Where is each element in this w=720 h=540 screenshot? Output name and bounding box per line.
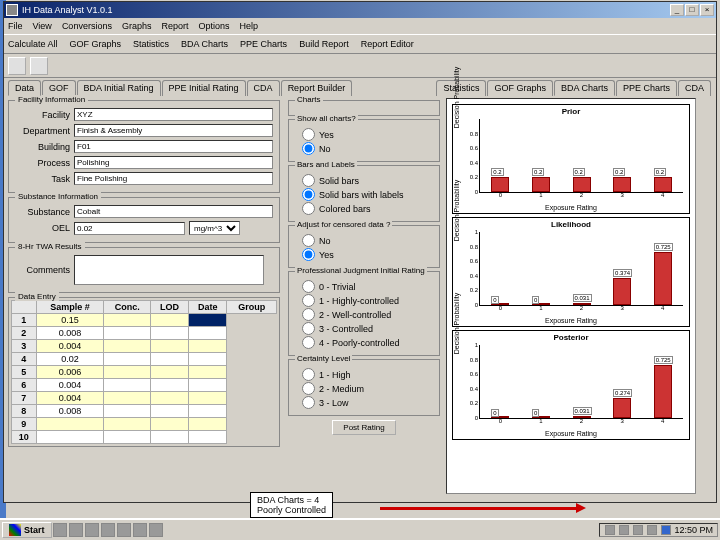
substance-fieldset: Substance Information Substance OELmg/m^… <box>8 197 280 243</box>
bars-fs: Bars and Labels Solid bars Solid bars wi… <box>288 165 440 222</box>
tray-icon[interactable] <box>633 525 643 535</box>
menu-report[interactable]: Report <box>161 21 188 31</box>
tb-calculate-all[interactable]: Calculate All <box>8 39 58 49</box>
charts-panel: PriorDecision Probability00.20.40.60.800… <box>446 98 696 494</box>
tb-bda-charts[interactable]: BDA Charts <box>181 39 228 49</box>
maximize-button[interactable]: □ <box>685 4 699 16</box>
menu-view[interactable]: View <box>33 21 52 31</box>
rating-2[interactable] <box>302 308 315 321</box>
tray-icon[interactable] <box>619 525 629 535</box>
tray-icon[interactable] <box>605 525 615 535</box>
tab-gof[interactable]: GOF <box>42 80 76 96</box>
data-entry-fieldset: Data Entry Sample #Conc.LODDateGroup 10.… <box>8 297 280 447</box>
icon-toolbar <box>4 54 716 78</box>
titlebar: IH Data Analyst V1.0.1 _ □ × <box>4 2 716 18</box>
tab-data[interactable]: Data <box>8 80 41 96</box>
rating-0[interactable] <box>302 280 315 293</box>
system-tray[interactable]: 12:50 PM <box>599 523 718 537</box>
oel-input[interactable] <box>74 222 185 235</box>
tb-report-editor[interactable]: Report Editor <box>361 39 414 49</box>
taskbar-icon[interactable] <box>85 523 99 537</box>
post-rating-button[interactable]: Post Rating <box>332 420 395 435</box>
tool-icon[interactable] <box>8 57 26 75</box>
start-button[interactable]: Start <box>2 522 52 538</box>
chart-prior: PriorDecision Probability00.20.40.60.800… <box>452 104 690 214</box>
tb-ppe-charts[interactable]: PPE Charts <box>240 39 287 49</box>
certainty-fs: Certainty Level 1 - High 2 - Medium 3 - … <box>288 359 440 416</box>
cert-low[interactable] <box>302 396 315 409</box>
left-panel: Facility Information Facility Department… <box>4 96 284 496</box>
tray-icon[interactable] <box>661 525 671 535</box>
tab-bda-charts[interactable]: BDA Charts <box>554 80 615 96</box>
taskbar-icon[interactable] <box>69 523 83 537</box>
chart-posterior: PosteriorDecision Probability00.20.40.60… <box>452 330 690 440</box>
censor-no[interactable] <box>302 234 315 247</box>
annotation-box: BDA Charts = 4 Poorly Controlled <box>250 492 333 518</box>
left-tabs: Data GOF BDA Initial Rating PPE Initial … <box>4 78 432 96</box>
clock: 12:50 PM <box>674 525 713 535</box>
chart-likelihood: LikelihoodDecision Probability00.20.40.6… <box>452 217 690 327</box>
taskbar-icon[interactable] <box>117 523 131 537</box>
right-tabs: Statistics GOF Graphs BDA Charts PPE Cha… <box>432 78 716 96</box>
menubar: File View Conversions Graphs Report Opti… <box>4 18 716 34</box>
department-input[interactable] <box>74 124 273 137</box>
tab-ppe-charts[interactable]: PPE Charts <box>616 80 677 96</box>
tab-stats[interactable]: Statistics <box>436 80 486 96</box>
taskbar-icon[interactable] <box>149 523 163 537</box>
facility-input[interactable] <box>74 108 273 121</box>
facility-fieldset: Facility Information Facility Department… <box>8 100 280 193</box>
twa-fieldset: 8-Hr TWA Results Comments <box>8 247 280 293</box>
tb-statistics[interactable]: Statistics <box>133 39 169 49</box>
bars-colored[interactable] <box>302 202 315 215</box>
mid-panel: Charts Show all charts? Yes No Bars and … <box>284 96 444 496</box>
unit-select[interactable]: mg/m^3 <box>189 221 240 235</box>
cert-med[interactable] <box>302 382 315 395</box>
bars-solid-labels[interactable] <box>302 188 315 201</box>
toolbar: Calculate All GOF Graphs Statistics BDA … <box>4 34 716 54</box>
rating-4[interactable] <box>302 336 315 349</box>
tb-build-report[interactable]: Build Report <box>299 39 349 49</box>
building-input[interactable] <box>74 140 273 153</box>
prof-fs: Professional Judgment Initial Rating 0 -… <box>288 271 440 356</box>
taskbar: Start 12:50 PM <box>0 518 720 540</box>
taskbar-icon[interactable] <box>133 523 147 537</box>
tb-gof-graphs[interactable]: GOF Graphs <box>70 39 122 49</box>
close-button[interactable]: × <box>700 4 714 16</box>
tab-ppe-initial[interactable]: PPE Initial Rating <box>162 80 246 96</box>
tab-report-builder[interactable]: Report Builder <box>281 80 353 96</box>
main-window: IH Data Analyst V1.0.1 _ □ × File View C… <box>3 1 717 503</box>
tool-icon[interactable] <box>30 57 48 75</box>
data-table[interactable]: Sample #Conc.LODDateGroup 10.1520.00830.… <box>11 300 277 444</box>
bars-solid[interactable] <box>302 174 315 187</box>
menu-options[interactable]: Options <box>198 21 229 31</box>
taskbar-icon[interactable] <box>53 523 67 537</box>
substance-legend: Substance Information <box>15 192 101 201</box>
tab-gof-graphs[interactable]: GOF Graphs <box>487 80 553 96</box>
window-title: IH Data Analyst V1.0.1 <box>22 5 113 15</box>
taskbar-icon[interactable] <box>101 523 115 537</box>
showall-yes[interactable] <box>302 128 315 141</box>
annotation-arrow <box>380 507 580 510</box>
showall-no[interactable] <box>302 142 315 155</box>
comments-box[interactable] <box>74 255 264 285</box>
substance-input[interactable] <box>74 205 273 218</box>
menu-help[interactable]: Help <box>239 21 258 31</box>
menu-conversions[interactable]: Conversions <box>62 21 112 31</box>
tray-icon[interactable] <box>647 525 657 535</box>
censor-fs: Adjust for censored data ? No Yes <box>288 225 440 268</box>
rating-1[interactable] <box>302 294 315 307</box>
cert-high[interactable] <box>302 368 315 381</box>
tab-cda[interactable]: CDA <box>247 80 280 96</box>
process-input[interactable] <box>74 156 273 169</box>
rating-3[interactable] <box>302 322 315 335</box>
task-input[interactable] <box>74 172 273 185</box>
menu-graphs[interactable]: Graphs <box>122 21 152 31</box>
minimize-button[interactable]: _ <box>670 4 684 16</box>
app-icon <box>6 4 18 16</box>
menu-file[interactable]: File <box>8 21 23 31</box>
tab-cda[interactable]: CDA <box>678 80 711 96</box>
tab-bda-initial[interactable]: BDA Initial Rating <box>77 80 161 96</box>
show-all-fs: Show all charts? Yes No <box>288 119 440 162</box>
censor-yes[interactable] <box>302 248 315 261</box>
facility-legend: Facility Information <box>15 95 88 104</box>
